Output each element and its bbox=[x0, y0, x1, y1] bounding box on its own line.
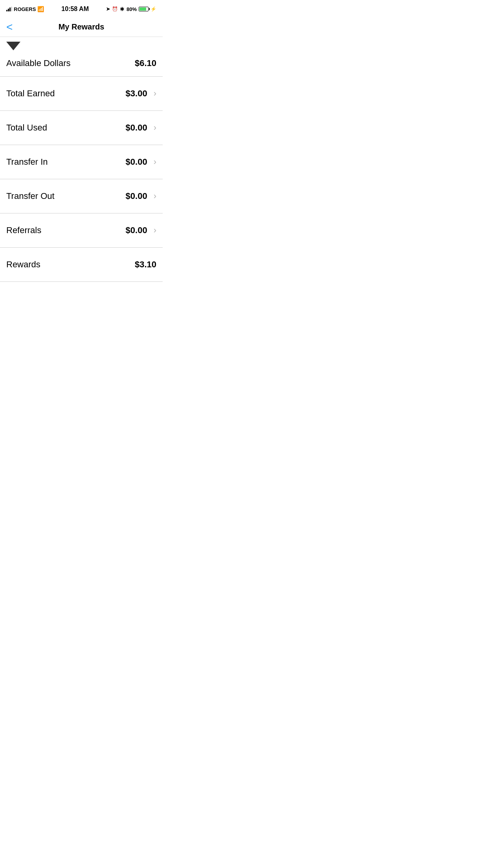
reward-row-value: $3.10 bbox=[135, 259, 156, 270]
chevron-right-icon: › bbox=[154, 88, 156, 99]
chevron-right-icon: › bbox=[154, 191, 156, 201]
reward-row-value: $0.00 bbox=[126, 123, 147, 133]
reward-row-right: $0.00 › bbox=[126, 225, 156, 235]
reward-row-right: $3.00 › bbox=[126, 88, 156, 99]
status-right: ➤ ⏰ ✱ 80% ⚡ bbox=[106, 6, 156, 12]
page-title: My Rewards bbox=[59, 22, 105, 31]
reward-row-value: $0.00 bbox=[126, 225, 147, 235]
battery-percent: 80% bbox=[127, 6, 137, 12]
reward-row-label: Total Earned bbox=[6, 88, 55, 99]
reward-row[interactable]: Transfer Out $0.00 › bbox=[0, 179, 163, 213]
reward-row-label: Transfer Out bbox=[6, 191, 55, 201]
dropdown-arrow-container bbox=[0, 37, 163, 53]
available-dollars-section: Available Dollars $6.10 bbox=[0, 53, 163, 77]
available-dollars-row: Available Dollars $6.10 bbox=[6, 58, 156, 68]
reward-row-right: $0.00 › bbox=[126, 123, 156, 133]
reward-row-value: $0.00 bbox=[126, 191, 147, 201]
reward-row-right: $0.00 › bbox=[126, 191, 156, 201]
reward-row-value: $0.00 bbox=[126, 157, 147, 167]
nav-bar: < My Rewards bbox=[0, 17, 163, 37]
signal-bars-icon bbox=[6, 7, 12, 11]
reward-row[interactable]: Total Used $0.00 › bbox=[0, 111, 163, 145]
charging-icon: ⚡ bbox=[150, 6, 156, 12]
chevron-right-icon: › bbox=[154, 225, 156, 235]
carrier-label: ROGERS bbox=[14, 6, 36, 12]
back-chevron-icon: < bbox=[6, 22, 13, 33]
status-bar: ROGERS 📶 10:58 AM ➤ ⏰ ✱ 80% ⚡ bbox=[0, 0, 163, 17]
available-dollars-label: Available Dollars bbox=[6, 58, 70, 68]
chevron-right-icon: › bbox=[154, 157, 156, 167]
chevron-right-icon: › bbox=[154, 123, 156, 133]
reward-row-value: $3.00 bbox=[126, 88, 147, 99]
reward-row[interactable]: Total Earned $3.00 › bbox=[0, 77, 163, 111]
reward-row-right: $0.00 › bbox=[126, 157, 156, 167]
reward-row[interactable]: Transfer In $0.00 › bbox=[0, 145, 163, 179]
reward-row-label: Referrals bbox=[6, 225, 41, 235]
reward-rows-container: Total Earned $3.00 › Total Used $0.00 › … bbox=[0, 77, 163, 282]
reward-row-label: Rewards bbox=[6, 259, 40, 270]
reward-row-label: Total Used bbox=[6, 123, 47, 133]
alarm-icon: ⏰ bbox=[112, 6, 118, 12]
dropdown-arrow-icon bbox=[6, 42, 20, 50]
wifi-icon: 📶 bbox=[37, 6, 44, 12]
bluetooth-icon: ✱ bbox=[120, 6, 125, 12]
status-left: ROGERS 📶 bbox=[6, 6, 44, 12]
battery-icon bbox=[139, 7, 149, 11]
available-dollars-value: $6.10 bbox=[135, 58, 156, 68]
reward-row-last: Rewards $3.10 bbox=[0, 248, 163, 282]
back-button[interactable]: < bbox=[6, 22, 13, 33]
reward-row-label: Transfer In bbox=[6, 157, 48, 167]
reward-row[interactable]: Referrals $0.00 › bbox=[0, 213, 163, 248]
status-time: 10:58 AM bbox=[61, 6, 89, 13]
location-icon: ➤ bbox=[106, 6, 110, 12]
